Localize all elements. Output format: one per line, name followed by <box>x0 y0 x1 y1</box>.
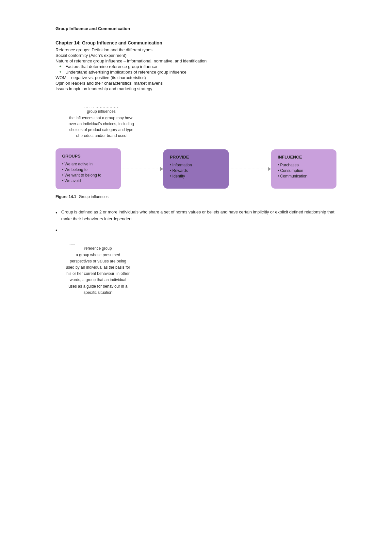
list-item-sub: Understand advertising implications of r… <box>56 70 336 75</box>
influence-box: INFLUENCE Purchases Consumption Communic… <box>271 149 336 189</box>
definition-text: the influences that a group may have ove… <box>69 115 134 139</box>
list-item: Opinion leaders and their characteristic… <box>56 81 336 86</box>
diagram-section: GROUPS We are active in We belong to We … <box>56 148 336 199</box>
ref-term: reference group <box>65 246 131 251</box>
reference-group-definition: ...... reference group a group whose pre… <box>65 241 336 296</box>
bullet-dot-2: • <box>56 227 57 234</box>
list-item: Reference groups: Definition and the dif… <box>56 47 336 52</box>
figure-label: Figure 14.1 <box>56 194 76 199</box>
groups-items: We are active in We belong to We want to… <box>62 162 114 183</box>
provide-item: Identity <box>170 174 222 178</box>
definition-box: .... .. ................ group influence… <box>69 104 134 139</box>
bullet-item-2: • <box>56 227 336 234</box>
groups-item: We want to belong to <box>62 173 114 177</box>
figure-caption: Figure 14.1 Group influences <box>56 194 336 199</box>
ref-def-text: a group whose presumed perspectives or v… <box>65 252 131 296</box>
ref-dots: ...... <box>65 241 336 245</box>
list-item: WOM – negative vs. positive (its charact… <box>56 75 336 80</box>
influence-item: Purchases <box>278 163 330 167</box>
header-title: Group Influence and Communication <box>56 26 130 31</box>
groups-title: GROUPS <box>62 154 114 159</box>
list-item: Social conformity (Asch's experiment) <box>56 53 336 58</box>
influence-item: Consumption <box>278 168 330 173</box>
arrow-1 <box>121 167 163 171</box>
bullet-text-1: Group is defined as 2 or more individual… <box>61 209 336 223</box>
influence-item: Communication <box>278 174 330 178</box>
list-item: Issues in opinion leadership and marketi… <box>56 86 336 91</box>
provide-title: PROVIDE <box>170 155 222 160</box>
groups-box: GROUPS We are active in We belong to We … <box>56 148 121 189</box>
page-header: Group Influence and Communication <box>56 26 336 31</box>
list-item-sub: Factors that determine reference group i… <box>56 64 336 69</box>
list-item: Nature of reference group influence – in… <box>56 59 336 63</box>
provide-item: Information <box>170 163 222 167</box>
bullet-dot-1: • <box>56 209 57 217</box>
page: Group Influence and Communication Chapte… <box>56 0 336 315</box>
bullet-item-1: • Group is defined as 2 or more individu… <box>56 209 336 223</box>
term-label: group influences <box>69 109 134 114</box>
definition-section: .... .. ................ group influence… <box>56 104 336 139</box>
influence-items: Purchases Consumption Communication <box>278 163 330 178</box>
diagram-boxes: GROUPS We are active in We belong to We … <box>56 148 336 189</box>
provide-box: PROVIDE Information Rewards Identity <box>163 149 229 189</box>
figure-caption-text: Group influences <box>79 194 108 199</box>
groups-item: We belong to <box>62 167 114 172</box>
arrow-2 <box>229 167 271 171</box>
chapter-section: Chapter 14: Group Influence and Communic… <box>56 40 336 91</box>
chapter-list: Reference groups: Definition and the dif… <box>56 47 336 91</box>
provide-item: Rewards <box>170 168 222 173</box>
groups-item: We avoid <box>62 178 114 183</box>
bullet-section: • Group is defined as 2 or more individu… <box>56 209 336 234</box>
provide-items: Information Rewards Identity <box>170 163 222 178</box>
groups-item: We are active in <box>62 162 114 166</box>
chapter-title: Chapter 14: Group Influence and Communic… <box>56 40 336 45</box>
influence-title: INFLUENCE <box>278 155 330 160</box>
